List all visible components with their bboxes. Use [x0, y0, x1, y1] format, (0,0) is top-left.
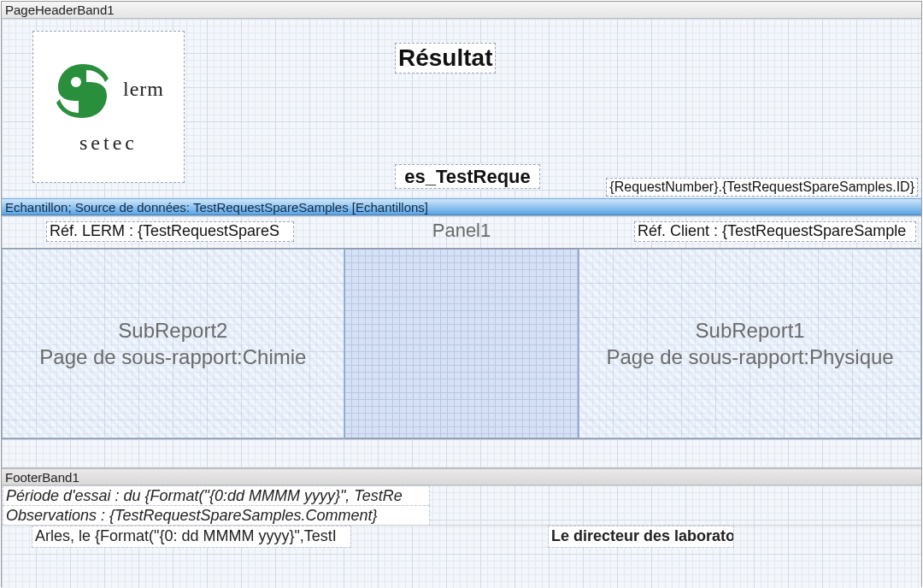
- subreport-row[interactable]: SubReport2 Page de sous-rapport:Chimie .…: [2, 248, 921, 439]
- subreport-middle-spacer[interactable]: .: [344, 249, 579, 438]
- subreport-left[interactable]: SubReport2 Page de sous-rapport:Chimie: [2, 249, 344, 438]
- subreport-right-name: SubReport1: [607, 317, 894, 344]
- report-designer-canvas[interactable]: PageHeaderBand1 lerm setec Résultat es_T…: [1, 1, 922, 587]
- pageheader-band-area[interactable]: lerm setec Résultat es_TestReque {Reques…: [2, 19, 921, 198]
- svg-point-0: [71, 77, 81, 87]
- logo-text-lerm: lerm: [123, 78, 164, 101]
- ref-client-field[interactable]: Réf. Client : {TestRequestSpareSample: [634, 221, 916, 242]
- subreport-right[interactable]: SubReport1 Page de sous-rapport:Physique: [579, 249, 921, 438]
- footer-divider: [2, 525, 921, 526]
- footer-band-area[interactable]: Période d'essai : du {Format("{0:dd MMMM…: [2, 485, 921, 588]
- logo-container[interactable]: lerm setec: [32, 31, 185, 183]
- subreport-right-page: Page de sous-rapport:Physique: [607, 344, 894, 370]
- footer-period-field[interactable]: Période d'essai : du {Format("{0:dd MMMM…: [3, 486, 429, 505]
- logo-text-setec: setec: [79, 132, 138, 155]
- subreport-left-name: SubReport2: [39, 317, 306, 344]
- band-label-pageheader[interactable]: PageHeaderBand1: [2, 2, 921, 19]
- title-field[interactable]: Résultat: [395, 43, 496, 74]
- data-row-top[interactable]: Réf. LERM : {TestRequestSpareS Panel1 Ré…: [2, 215, 921, 248]
- footer-observations-field[interactable]: Observations : {TestRequestSpareSamples.…: [3, 506, 429, 525]
- subreport-left-page: Page de sous-rapport:Chimie: [39, 344, 306, 370]
- footer-director-field[interactable]: Le directeur des laboratoi: [549, 526, 733, 547]
- request-id-field[interactable]: {RequestNumber}.{TestRequestSpareSamples…: [606, 178, 918, 197]
- band-label-data[interactable]: Echantillon; Source de données: TestRequ…: [2, 198, 921, 215]
- band-label-footer[interactable]: FooterBand1: [2, 468, 921, 485]
- footer-arles-field[interactable]: Arles, le {Format("{0: dd MMMM yyyy}",Te…: [32, 526, 350, 547]
- data-gap-row[interactable]: [2, 439, 921, 468]
- s-logo-icon: [53, 60, 113, 120]
- request-name-field[interactable]: es_TestReque: [395, 164, 540, 189]
